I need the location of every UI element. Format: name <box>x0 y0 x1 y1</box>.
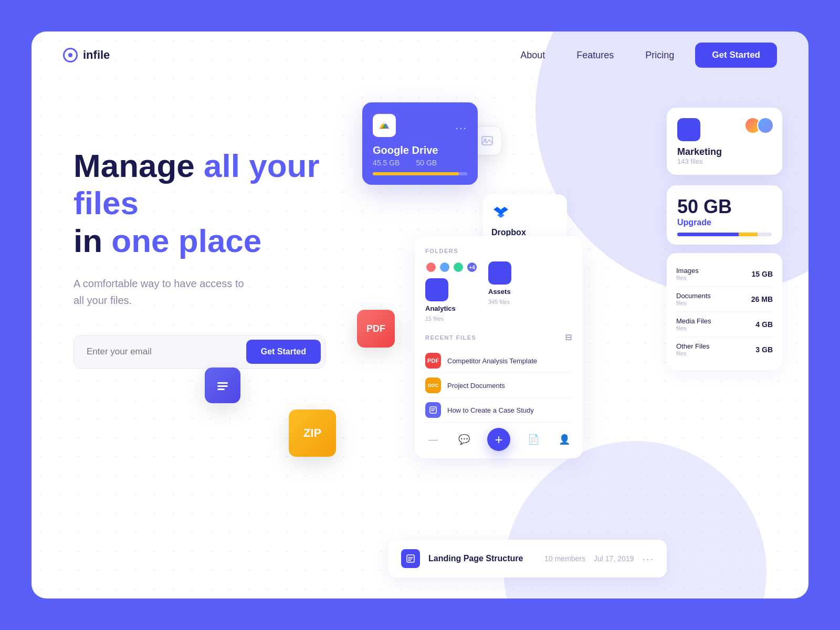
storage-card: 50 GB Upgrade <box>667 185 782 245</box>
recent-file-3[interactable]: How to Create a Case Study <box>425 398 572 423</box>
navbar: infile About Features Pricing Get Starte… <box>32 32 808 79</box>
hero-subtitle: A comfortable way to have access to all … <box>74 275 388 309</box>
svg-rect-1 <box>217 385 228 387</box>
doc-lines-svg <box>214 377 231 394</box>
recent-file-2[interactable]: DOC Project Documents <box>425 373 572 398</box>
gdrive-header: ... <box>373 114 467 137</box>
nav-pricing[interactable]: Pricing <box>645 50 674 61</box>
folder-analytics[interactable]: +4 Analytics 15 files <box>425 261 478 322</box>
recent-file-icon-3 <box>425 402 441 418</box>
svg-rect-12 <box>408 559 412 560</box>
avatar-count: +4 <box>466 261 478 273</box>
upgrade-link[interactable]: Upgrade <box>677 218 772 227</box>
logo-icon <box>63 48 78 62</box>
fs-name-0: Images <box>676 267 699 275</box>
nav-cta-button[interactable]: Get Started <box>695 43 777 68</box>
bb-file-svg <box>406 554 415 563</box>
gdrive-storage: 45.5 GB 50 GB <box>373 159 467 167</box>
folder-icon-analytics <box>425 278 448 301</box>
fs-sub-1: files <box>676 300 711 306</box>
toolbar-chat[interactable]: 💬 <box>456 432 472 447</box>
logo[interactable]: infile <box>63 48 110 62</box>
image-svg <box>480 133 495 148</box>
main-container: infile About Features Pricing Get Starte… <box>32 32 808 598</box>
case-study-icon <box>429 406 437 414</box>
avatar-3 <box>453 261 464 273</box>
bb-filename: Landing Page Structure <box>428 554 536 563</box>
nav-about[interactable]: About <box>520 50 545 61</box>
storage-progress-bar <box>677 233 772 236</box>
email-form: Get Started <box>74 335 326 369</box>
marketing-folder-icon <box>677 118 700 141</box>
recent-label: RECENT FILES ⊟ <box>425 332 572 342</box>
folder-assets[interactable]: Assets 345 files <box>488 261 511 322</box>
fs-name-3: Other Files <box>676 342 710 350</box>
recent-file-1[interactable]: PDF Competitor Analysis Template <box>425 349 572 373</box>
marketing-card: Marketing 143 files <box>667 108 782 175</box>
fp-toolbar: — 💬 + 📄 👤 <box>425 423 572 451</box>
storage-bar-blue <box>677 233 739 236</box>
avatar-2 <box>439 261 450 273</box>
recent-file-name-3: How to Create a Case Study <box>447 406 534 414</box>
marketing-folder-name: Marketing <box>677 146 772 158</box>
fs-info-3: Other Files files <box>676 342 710 356</box>
recent-file-icon-2: DOC <box>425 377 441 393</box>
gdrive-bar-fill <box>373 172 459 175</box>
marketing-avatars <box>744 117 774 134</box>
folder-icon-assets <box>488 261 511 285</box>
svg-rect-8 <box>431 408 435 410</box>
dropbox-icon <box>491 203 512 224</box>
svg-rect-13 <box>408 560 411 561</box>
gdrive-dots[interactable]: ... <box>455 120 467 132</box>
recent-file-icon-1: PDF <box>425 353 441 369</box>
gdrive-progress-bar <box>373 172 467 175</box>
bb-file-icon <box>401 549 420 568</box>
fs-sub-2: files <box>676 325 711 331</box>
folder-name-assets: Assets <box>488 288 511 296</box>
pdf-icon: PDF <box>357 310 395 348</box>
folder-name-analytics: Analytics <box>425 304 478 312</box>
file-size-list: Images files 15 GB Documents files 26 MB… <box>667 253 782 370</box>
dropbox-svg <box>491 203 510 222</box>
fs-row-2[interactable]: Media Files files 4 GB <box>676 312 773 337</box>
fs-row-3[interactable]: Other Files files 3 GB <box>676 337 773 362</box>
recent-file-name-2: Project Documents <box>447 382 505 390</box>
fs-info-1: Documents files <box>676 292 711 306</box>
fs-row-1[interactable]: Documents files 26 MB <box>676 287 773 312</box>
bb-date: Jul 17, 2019 <box>594 554 634 563</box>
gdrive-name: Google Drive <box>373 144 467 156</box>
folders-row: +4 Analytics 15 files Assets 345 files <box>425 261 572 322</box>
bottom-bar: Landing Page Structure 10 members Jul 17… <box>388 540 667 578</box>
nav-links: About Features Pricing <box>520 50 674 61</box>
storage-bar-yellow <box>739 233 758 236</box>
folders-label: FOLDERS <box>425 248 572 254</box>
fs-size-1: 26 MB <box>751 295 773 303</box>
marketing-folder-count: 143 files <box>677 158 772 165</box>
right-panel: Marketing 143 files 50 GB Upgrade Images… <box>667 108 782 370</box>
fs-name-2: Media Files <box>676 317 711 325</box>
recent-file-name-1: Competitor Analysis Template <box>447 357 537 365</box>
fs-sub-0: files <box>676 275 699 281</box>
toolbar-user[interactable]: 👤 <box>556 432 572 447</box>
email-input[interactable] <box>87 346 246 357</box>
zip-icon: ZIP <box>289 410 336 457</box>
gdrive-card: ... Google Drive 45.5 GB 50 GB <box>362 102 478 185</box>
fs-row-0[interactable]: Images files 15 GB <box>676 261 773 287</box>
avatar-1 <box>425 261 437 273</box>
hero-cta-button[interactable]: Get Started <box>246 340 321 364</box>
hero-title: Manage all your files in one place <box>74 147 388 259</box>
marketing-avatar-2 <box>757 117 774 134</box>
add-button[interactable]: + <box>487 428 510 451</box>
bb-more-button[interactable]: ··· <box>642 553 654 565</box>
svg-rect-2 <box>217 388 225 390</box>
hero-section: Manage all your files in one place A com… <box>74 147 388 369</box>
filter-icon[interactable]: ⊟ <box>565 332 573 342</box>
svg-rect-3 <box>482 136 492 145</box>
nav-features[interactable]: Features <box>576 50 614 61</box>
toolbar-file[interactable]: 📄 <box>526 432 541 447</box>
fs-name-1: Documents <box>676 292 711 300</box>
fs-size-2: 4 GB <box>755 320 773 329</box>
toolbar-minus[interactable]: — <box>425 432 441 447</box>
fs-info-2: Media Files files <box>676 317 711 331</box>
folder-avatars-analytics: +4 <box>425 261 478 273</box>
